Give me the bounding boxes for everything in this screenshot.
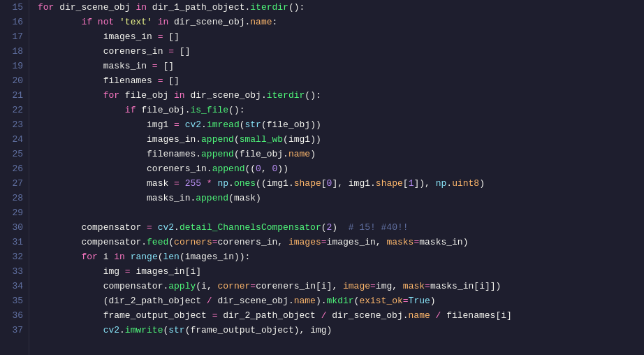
code-line: mask = 255 * np.ones((img1.shape[0], img… bbox=[38, 176, 644, 191]
code-line: frame_output_object = dir_2_path_object … bbox=[38, 308, 644, 323]
line-number: 21 bbox=[6, 88, 23, 103]
code-line: for dir_scene_obj in dir_1_path_object.i… bbox=[38, 0, 644, 15]
code-line: masks_in.append(mask) bbox=[38, 191, 644, 205]
line-numbers: 1516171819202122232425262728293031323334… bbox=[0, 0, 29, 355]
code-editor: 1516171819202122232425262728293031323334… bbox=[0, 0, 644, 355]
code-line: compensator.feed(corners=coreners_in, im… bbox=[38, 235, 644, 249]
line-number: 24 bbox=[6, 132, 23, 147]
code-line: masks_in = [] bbox=[38, 59, 644, 73]
code-line: images_in.append(small_wb(img1)) bbox=[38, 132, 644, 147]
line-number: 18 bbox=[6, 44, 23, 59]
line-number: 31 bbox=[6, 235, 23, 249]
code-line bbox=[38, 205, 644, 220]
line-number: 25 bbox=[6, 147, 23, 161]
line-number: 16 bbox=[6, 15, 23, 29]
code-line: images_in = [] bbox=[38, 29, 644, 44]
code-line: compensator.apply(i, corner=coreners_in[… bbox=[38, 279, 644, 294]
line-number: 37 bbox=[6, 323, 23, 338]
code-line: if not 'text' in dir_scene_obj.name: bbox=[38, 15, 644, 29]
line-number: 26 bbox=[6, 161, 23, 176]
code-line: compensator = cv2.detail_ChannelsCompens… bbox=[38, 220, 644, 235]
code-line: filenames.append(file_obj.name) bbox=[38, 147, 644, 161]
line-number: 27 bbox=[6, 176, 23, 191]
line-number: 36 bbox=[6, 308, 23, 323]
code-line: coreners_in = [] bbox=[38, 44, 644, 59]
line-number: 17 bbox=[6, 29, 23, 44]
line-number: 19 bbox=[6, 59, 23, 73]
code-line: if file_obj.is_file(): bbox=[38, 103, 644, 117]
code-line: for file_obj in dir_scene_obj.iterdir(): bbox=[38, 88, 644, 103]
line-number: 23 bbox=[6, 117, 23, 132]
line-number: 15 bbox=[6, 0, 23, 15]
line-number: 34 bbox=[6, 279, 23, 294]
line-number: 20 bbox=[6, 73, 23, 88]
line-number: 28 bbox=[6, 191, 23, 205]
line-number: 32 bbox=[6, 249, 23, 264]
code-line: cv2.imwrite(str(frame_output_object), im… bbox=[38, 323, 644, 338]
code-line: (dir_2_path_object / dir_scene_obj.name)… bbox=[38, 294, 644, 308]
code-line: coreners_in.append((0, 0)) bbox=[38, 161, 644, 176]
line-number: 29 bbox=[6, 205, 23, 220]
code-line: for i in range(len(images_in)): bbox=[38, 249, 644, 264]
line-number: 35 bbox=[6, 294, 23, 308]
code-line: img = images_in[i] bbox=[38, 264, 644, 279]
line-number: 30 bbox=[6, 220, 23, 235]
code-line: filenames = [] bbox=[38, 73, 644, 88]
code-area: for dir_scene_obj in dir_1_path_object.i… bbox=[29, 0, 644, 355]
code-line: img1 = cv2.imread(str(file_obj)) bbox=[38, 117, 644, 132]
line-number: 33 bbox=[6, 264, 23, 279]
line-number: 22 bbox=[6, 103, 23, 117]
